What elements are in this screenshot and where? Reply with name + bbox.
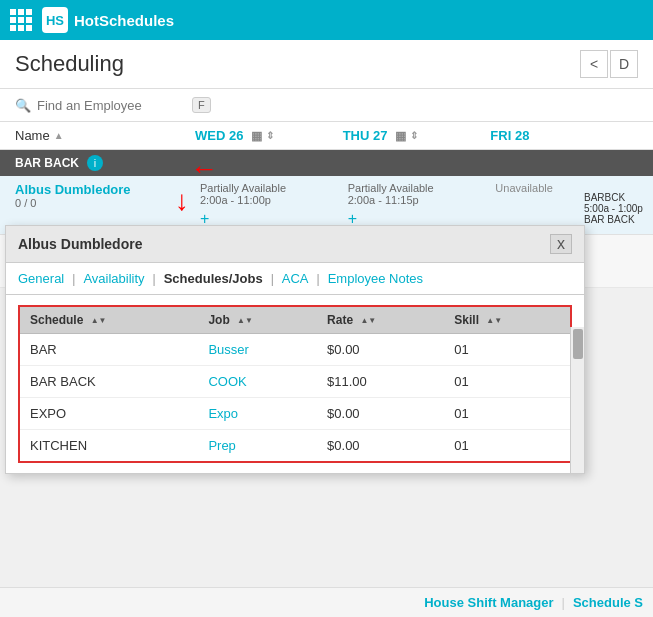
- footer: House Shift Manager | Schedule S: [0, 587, 653, 617]
- job-cell: Busser: [198, 334, 317, 366]
- schedule-cell: BAR: [19, 334, 198, 366]
- wed-cal-icon: ▦: [251, 129, 262, 143]
- employee-modal: Albus Dumbledore x General | Availabilit…: [5, 225, 585, 474]
- col-name: Name ▲: [15, 128, 195, 143]
- rate-cell: $0.00: [317, 334, 444, 366]
- rate-cell: $11.00: [317, 366, 444, 398]
- employee-sub: 0 / 0: [15, 197, 195, 209]
- shift-type: BAR BACK: [584, 214, 649, 225]
- skill-cell: 01: [444, 430, 571, 463]
- prev-button[interactable]: <: [580, 50, 608, 78]
- grid-menu-icon[interactable]: [10, 9, 32, 31]
- group-header: BAR BACK i: [0, 150, 653, 176]
- skill-cell: 01: [444, 366, 571, 398]
- table-row: EXPO Expo $0.00 01: [19, 398, 571, 430]
- wed-avail: Partially Available: [200, 182, 338, 194]
- search-shortcut: F: [192, 97, 211, 113]
- wed-cell: Partially Available 2:00a - 11:00p +: [195, 182, 343, 228]
- wed-sort-icon: ⇕: [266, 130, 274, 141]
- skill-cell: 01: [444, 398, 571, 430]
- schedule-cell: EXPO: [19, 398, 198, 430]
- nav-arrows: < D: [580, 50, 638, 78]
- column-headers: Name ▲ WED 26 ▦ ⇕ THU 27 ▦ ⇕ FRI 28: [0, 122, 653, 150]
- skill-sort-icon[interactable]: ▲▼: [486, 317, 502, 325]
- search-input[interactable]: [37, 98, 187, 113]
- rate-sort-icon[interactable]: ▲▼: [360, 317, 376, 325]
- modal-title: Albus Dumbledore: [18, 236, 142, 252]
- logo-icon: HS: [42, 7, 68, 33]
- page-header: Scheduling < D: [0, 40, 653, 89]
- schedule-s-link[interactable]: Schedule S: [573, 595, 643, 610]
- col-schedule: Schedule ▲▼: [19, 306, 198, 334]
- shift-code: BARBCK: [584, 192, 649, 203]
- table-row: KITCHEN Prep $0.00 01: [19, 430, 571, 463]
- next-button[interactable]: D: [610, 50, 638, 78]
- footer-sep: |: [562, 595, 565, 610]
- modal-header: Albus Dumbledore x: [6, 226, 584, 263]
- top-nav: HS HotSchedules: [0, 0, 653, 40]
- thu-cell: Partially Available 2:00a - 11:15p +: [343, 182, 491, 228]
- schedule-sort-icon[interactable]: ▲▼: [91, 317, 107, 325]
- rate-cell: $0.00: [317, 398, 444, 430]
- schedule-cell: KITCHEN: [19, 430, 198, 463]
- schedule-cell: BAR BACK: [19, 366, 198, 398]
- job-sort-icon[interactable]: ▲▼: [237, 317, 253, 325]
- rate-cell: $0.00: [317, 430, 444, 463]
- tab-employee-notes[interactable]: Employee Notes: [328, 271, 423, 286]
- search-icon: 🔍: [15, 98, 31, 113]
- modal-table-container: Schedule ▲▼ Job ▲▼ Rate ▲▼ Skill ▲▼: [6, 295, 584, 473]
- app-name: HotSchedules: [74, 12, 174, 29]
- name-sort-icon: ▲: [54, 130, 64, 141]
- thu-cal-icon: ▦: [395, 129, 406, 143]
- house-shift-manager-link[interactable]: House Shift Manager: [424, 595, 553, 610]
- info-badge[interactable]: i: [87, 155, 103, 171]
- col-fri: FRI 28: [490, 128, 638, 143]
- wed-time: 2:00a - 11:00p: [200, 194, 338, 206]
- thu-avail: Partially Available: [348, 182, 486, 194]
- table-row: BAR BACK COOK $11.00 01: [19, 366, 571, 398]
- job-cell: Prep: [198, 430, 317, 463]
- thu-sort-icon: ⇕: [410, 130, 418, 141]
- scroll-thumb[interactable]: [573, 329, 583, 359]
- modal-close-button[interactable]: x: [550, 234, 572, 254]
- app-logo: HS HotSchedules: [42, 7, 174, 33]
- tab-availability[interactable]: Availability: [83, 271, 144, 286]
- job-cell: COOK: [198, 366, 317, 398]
- schedules-table: Schedule ▲▼ Job ▲▼ Rate ▲▼ Skill ▲▼: [18, 305, 572, 463]
- search-bar: 🔍 F: [0, 89, 653, 122]
- thu-time: 2:00a - 11:15p: [348, 194, 486, 206]
- tab-aca[interactable]: ACA: [282, 271, 309, 286]
- table-row: BAR Busser $0.00 01: [19, 334, 571, 366]
- tab-schedules-jobs[interactable]: Schedules/Jobs: [164, 271, 263, 286]
- job-cell: Expo: [198, 398, 317, 430]
- scrollbar[interactable]: [570, 327, 584, 473]
- right-shift-info: BARBCK 5:00a - 1:00p BAR BACK: [584, 192, 649, 225]
- skill-cell: 01: [444, 334, 571, 366]
- page-title: Scheduling: [15, 51, 124, 77]
- shift-time: 5:00a - 1:00p: [584, 203, 649, 214]
- employee-name-cell: Albus Dumbledore 0 / 0: [15, 182, 195, 209]
- group-name: BAR BACK: [15, 156, 79, 170]
- col-skill: Skill ▲▼: [444, 306, 571, 334]
- col-rate: Rate ▲▼: [317, 306, 444, 334]
- employee-name[interactable]: Albus Dumbledore: [15, 182, 195, 197]
- tab-general[interactable]: General: [18, 271, 64, 286]
- col-wed: WED 26 ▦ ⇕: [195, 128, 343, 143]
- modal-tabs: General | Availability | Schedules/Jobs …: [6, 263, 584, 295]
- col-job: Job ▲▼: [198, 306, 317, 334]
- col-thu: THU 27 ▦ ⇕: [343, 128, 491, 143]
